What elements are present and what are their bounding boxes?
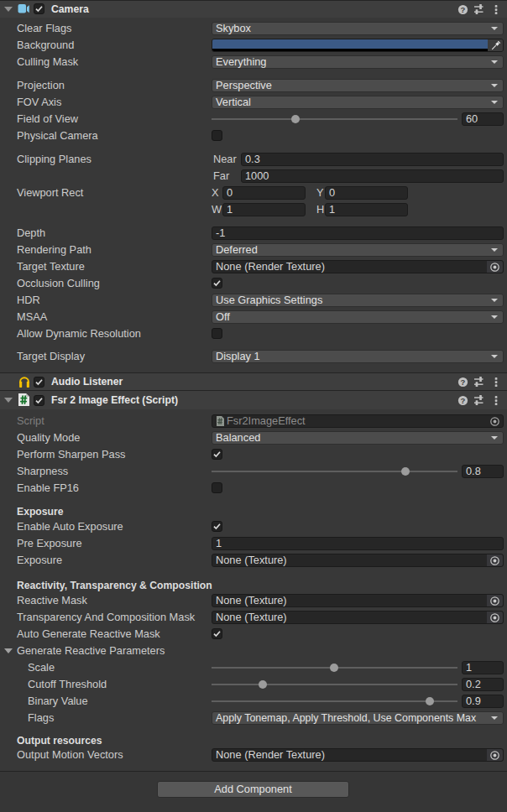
svg-text:?: ? — [461, 377, 466, 387]
svg-text:?: ? — [461, 395, 466, 404]
svg-text:?: ? — [461, 4, 466, 13]
